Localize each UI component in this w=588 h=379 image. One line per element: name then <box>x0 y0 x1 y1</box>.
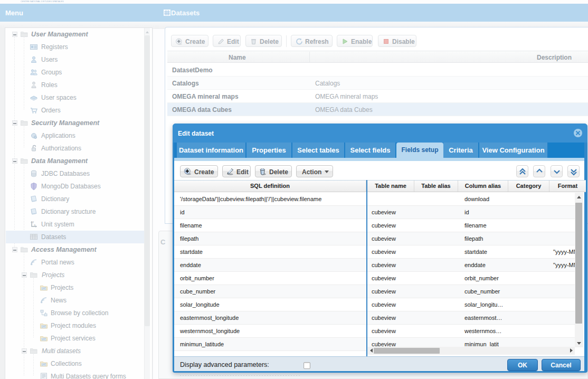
svg-text:x: x <box>34 223 36 226</box>
svg-text:y: y <box>33 220 34 223</box>
